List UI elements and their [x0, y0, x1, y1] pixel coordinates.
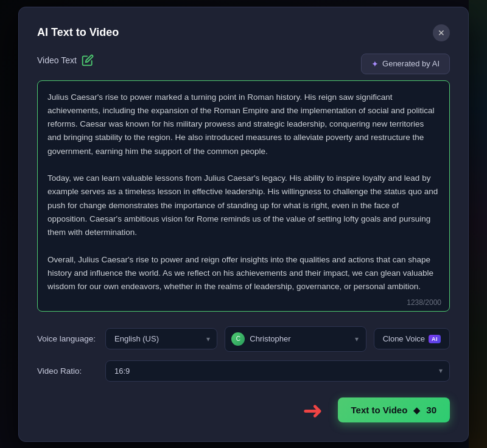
credit-count: 30	[426, 405, 436, 415]
voice-name-label: Christopher	[250, 334, 343, 343]
text-to-video-label: Text to Video	[351, 405, 408, 415]
modal-title: AI Text to Video	[37, 26, 119, 39]
section-label: Video Text	[37, 54, 94, 66]
modal-overlay: AI Text to Video ✕ Video Text ✦ Generate…	[0, 0, 487, 448]
video-ratio-label: Video Ratio:	[37, 366, 98, 376]
modal-header: AI Text to Video ✕	[37, 24, 450, 41]
edit-icon	[82, 54, 94, 66]
video-text-input[interactable]	[37, 80, 450, 312]
voice-avatar: C	[231, 332, 245, 346]
generated-by-ai-button[interactable]: ✦ Generated by AI	[361, 54, 450, 74]
ai-badge: AI	[429, 335, 441, 343]
clone-voice-label: Clone Voice	[383, 334, 425, 343]
voice-select-arrow-icon: ▾	[355, 335, 359, 343]
modal-dialog: AI Text to Video ✕ Video Text ✦ Generate…	[18, 7, 469, 442]
voice-language-label: Voice language:	[37, 334, 98, 343]
voice-avatar-initials: C	[236, 335, 240, 342]
video-ratio-select[interactable]: 16:9 9:16 1:1 4:3	[105, 360, 450, 382]
video-text-header-row: Video Text ✦ Generated by AI	[37, 54, 450, 74]
footer-row: ➜ Text to Video ◆ 30	[37, 396, 450, 424]
ai-button-label: Generated by AI	[382, 59, 440, 68]
voice-language-select[interactable]: English (US) English (UK) Spanish French…	[105, 328, 217, 349]
voice-language-select-wrapper: English (US) English (UK) Spanish French…	[105, 328, 217, 349]
arrow-indicator: ➜	[303, 396, 328, 424]
char-count: 1238/2000	[407, 298, 441, 307]
video-text-label: Video Text	[37, 55, 77, 65]
text-area-wrapper: 1238/2000	[37, 80, 450, 314]
close-button[interactable]: ✕	[433, 24, 450, 41]
voice-name-select[interactable]: C Christopher ▾	[225, 326, 366, 352]
voice-language-row: Voice language: English (US) English (UK…	[37, 326, 450, 352]
text-to-video-button[interactable]: Text to Video ◆ 30	[338, 397, 450, 422]
video-ratio-row: Video Ratio: 16:9 9:16 1:1 4:3 ▾	[37, 360, 450, 382]
video-ratio-select-wrapper: 16:9 9:16 1:1 4:3 ▾	[105, 360, 450, 382]
coin-icon: ◆	[413, 405, 420, 415]
stars-icon: ✦	[371, 59, 379, 69]
red-arrow-icon: ➜	[303, 396, 323, 424]
clone-voice-button[interactable]: Clone Voice AI	[374, 328, 450, 349]
